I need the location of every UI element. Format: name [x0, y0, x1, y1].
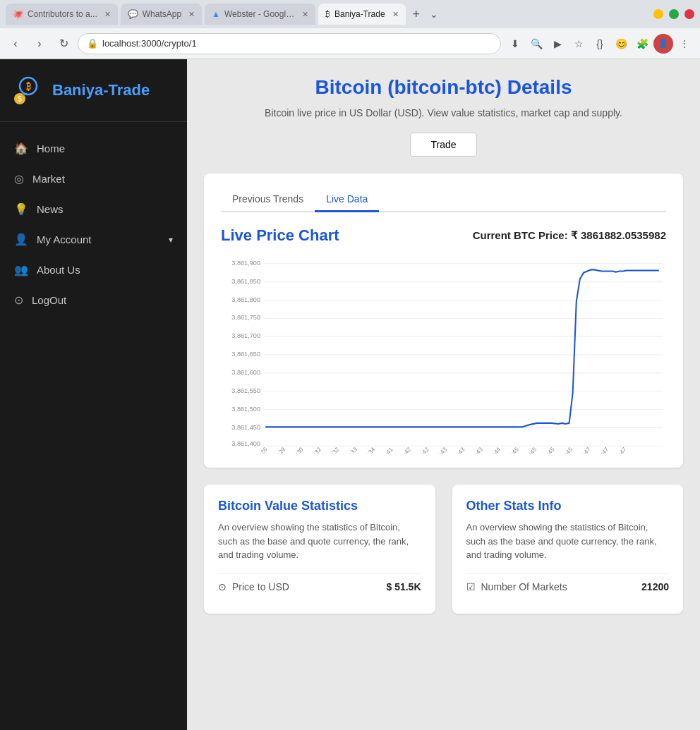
svg-text:22:34:47: 22:34:47 [589, 446, 610, 454]
sidebar-label-logout: LogOut [32, 294, 66, 306]
back-button[interactable]: ‹ [6, 34, 25, 54]
address-bar[interactable]: 🔒 localhost:3000/crypto/1 [78, 33, 501, 54]
logo-icon: ₿ $ [11, 73, 45, 107]
tab-whatsapp[interactable]: 💬 WhatsApp ✕ [121, 4, 202, 25]
tab-close-contributors[interactable]: ✕ [104, 10, 111, 19]
svg-text:22:34:43: 22:34:43 [464, 446, 484, 454]
extensions-icon[interactable]: 🧩 [632, 34, 652, 54]
markets-text: Number Of Markets [481, 581, 567, 592]
reload-button[interactable]: ↻ [54, 34, 73, 54]
code-icon[interactable]: {} [590, 34, 610, 54]
close-button[interactable] [684, 9, 694, 19]
sidebar-logo: ₿ $ Baniya-Trade [0, 59, 187, 122]
download-icon[interactable]: ⬇ [505, 34, 525, 54]
sidebar-item-market[interactable]: ◎ Market [0, 164, 187, 194]
chevron-down-icon: ▾ [169, 235, 173, 245]
sidebar-label-myaccount: My Account [37, 233, 92, 245]
tab-close-whatsapp[interactable]: ✕ [188, 10, 195, 19]
svg-text:3,861,550: 3,861,550 [231, 387, 260, 394]
svg-text:3,861,800: 3,861,800 [231, 295, 260, 303]
chart-tabs: Previous Trends Live Data [221, 188, 666, 212]
forward-button[interactable]: › [30, 34, 49, 54]
profile-icon[interactable]: 👤 [653, 34, 673, 54]
svg-text:₿: ₿ [26, 81, 31, 92]
svg-text:22:34:45: 22:34:45 [499, 446, 519, 454]
stat-row-markets: ☑ Number Of Markets 21200 [466, 573, 670, 600]
svg-text:22:34:33: 22:34:33 [337, 446, 358, 454]
svg-text:3,861,400: 3,861,400 [231, 439, 260, 447]
new-tab-button[interactable]: + [409, 7, 425, 22]
tab-contributors[interactable]: 🐙 Contributors to a... ✕ [6, 4, 118, 25]
svg-text:3,861,900: 3,861,900 [231, 259, 260, 267]
price-chart-svg: 3,861,900 3,861,850 3,861,800 3,861,750 … [221, 256, 666, 454]
svg-text:22:34:45: 22:34:45 [517, 446, 538, 454]
price-label: Current BTC Price: [473, 229, 568, 241]
stats-right-desc: An overview showing the statistics of Bi… [466, 521, 670, 562]
svg-text:22:34:43: 22:34:43 [445, 446, 466, 454]
account-icon: 👤 [14, 233, 28, 246]
stats-left-desc: An overview showing the statistics of Bi… [218, 521, 421, 562]
price-usd-text: Price to USD [232, 581, 289, 592]
minimize-button[interactable] [653, 9, 663, 19]
stat-label-price: ⊙ Price to USD [218, 581, 289, 592]
sidebar-nav: 🏠 Home ◎ Market 💡 News 👤 My Account ▾ 👥 [0, 122, 187, 327]
trade-button[interactable]: Trade [410, 133, 476, 157]
main-content: Bitcoin (bitcoin-btc) Details Bitcoin li… [187, 59, 700, 730]
sidebar-item-news[interactable]: 💡 News [0, 194, 187, 224]
logout-icon: ⊙ [14, 293, 23, 307]
chart-title: Live Price Chart [221, 226, 339, 245]
chart-card: Previous Trends Live Data Live Price Cha… [204, 174, 683, 468]
zoom-icon[interactable]: 🔍 [526, 34, 546, 54]
menu-icon[interactable]: ⋮ [675, 34, 694, 54]
tab-baniya-trade[interactable]: ₿ Baniya-Trade ✕ [318, 4, 406, 25]
svg-text:22:34:44: 22:34:44 [481, 446, 502, 454]
svg-text:22:34:41: 22:34:41 [373, 446, 394, 454]
svg-text:22:34:30: 22:34:30 [284, 446, 304, 454]
tab-live-data[interactable]: Live Data [315, 188, 379, 212]
stats-left-col: Bitcoin Value Statistics An overview sho… [204, 485, 435, 614]
tab-previous-trends[interactable]: Previous Trends [221, 188, 315, 212]
news-icon: 💡 [14, 202, 28, 216]
svg-text:3,861,700: 3,861,700 [231, 331, 260, 339]
tab-close-webster[interactable]: ✕ [302, 10, 308, 19]
svg-text:22:34:34: 22:34:34 [356, 446, 376, 454]
stats-left-title: Bitcoin Value Statistics [218, 499, 421, 513]
stats-row: Bitcoin Value Statistics An overview sho… [204, 485, 683, 614]
bookmark-icon[interactable]: ☆ [569, 34, 589, 54]
svg-text:22:34:32: 22:34:32 [320, 446, 340, 454]
emoji-icon[interactable]: 😊 [611, 34, 631, 54]
brand-name: Baniya-Trade [52, 81, 150, 99]
svg-text:22:34:47: 22:34:47 [571, 446, 591, 454]
stat-label-markets: ☑ Number Of Markets [466, 581, 567, 592]
page-subtitle: Bitcoin live price in US Dollar (USD). V… [204, 107, 683, 118]
sidebar-item-myaccount[interactable]: 👤 My Account ▾ [0, 224, 187, 255]
svg-text:3,861,850: 3,861,850 [231, 277, 260, 285]
sidebar-item-aboutus[interactable]: 👥 About Us [0, 255, 187, 285]
svg-text:3,861,600: 3,861,600 [231, 368, 260, 376]
svg-text:22:34:32: 22:34:32 [302, 446, 322, 454]
stat-value-price: $ 51.5K [386, 581, 421, 592]
sidebar-item-logout[interactable]: ⊙ LogOut [0, 285, 187, 315]
tab-webster[interactable]: ▲ Webster - Google... ✕ [205, 4, 315, 25]
aboutus-icon: 👥 [14, 263, 28, 276]
svg-text:22:34:45: 22:34:45 [553, 446, 574, 454]
price-value: 3861882.0535982 [581, 229, 666, 241]
tab-overflow-button[interactable]: ⌄ [427, 8, 441, 20]
svg-text:22:34:47: 22:34:47 [607, 446, 627, 454]
chart-area: 3,861,900 3,861,850 3,861,800 3,861,750 … [221, 256, 666, 454]
url-text: localhost:3000/crypto/1 [102, 38, 197, 49]
svg-text:$: $ [18, 95, 22, 103]
price-usd-icon: ⊙ [218, 581, 227, 592]
svg-text:22:34:43: 22:34:43 [428, 446, 448, 454]
tab-close-baniya[interactable]: ✕ [392, 10, 399, 19]
svg-text:22:34:45: 22:34:45 [535, 446, 555, 454]
cast-icon[interactable]: ▶ [548, 34, 567, 54]
sidebar-item-home[interactable]: 🏠 Home [0, 133, 187, 164]
stat-value-markets: 21200 [641, 581, 669, 592]
svg-text:3,861,500: 3,861,500 [231, 404, 260, 412]
home-icon: 🏠 [14, 142, 28, 155]
maximize-button[interactable] [669, 9, 679, 19]
chart-header: Live Price Chart Current BTC Price: ₹ 38… [221, 226, 666, 245]
stats-right-col: Other Stats Info An overview showing the… [452, 485, 684, 614]
sidebar-label-home: Home [37, 142, 65, 154]
